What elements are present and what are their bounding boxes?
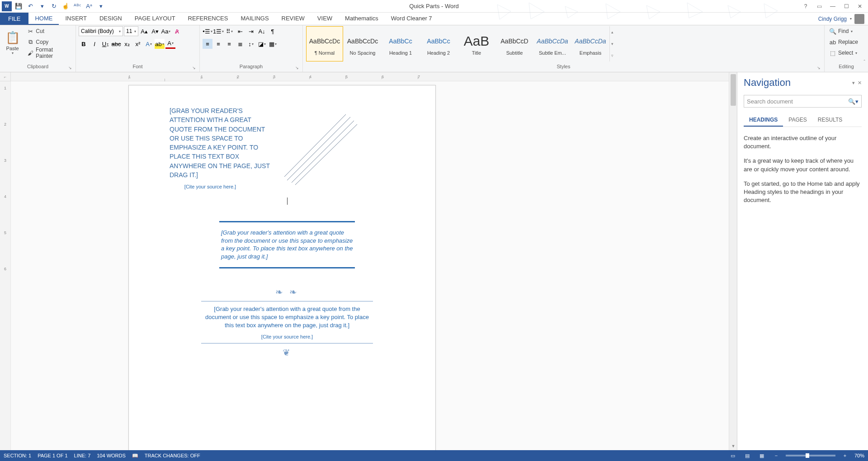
- style-heading-1[interactable]: AaBbCcHeading 1: [382, 26, 419, 61]
- zoom-out-icon[interactable]: −: [771, 452, 781, 460]
- scroll-thumb[interactable]: [731, 74, 736, 106]
- numbering-button[interactable]: 1☰▾: [213, 26, 223, 36]
- print-layout-icon[interactable]: ▤: [742, 452, 752, 460]
- paste-button[interactable]: 📋 Paste ▾: [3, 26, 22, 60]
- web-layout-icon[interactable]: ▦: [757, 452, 767, 460]
- highlight-button[interactable]: ab▾: [155, 39, 165, 49]
- status-page[interactable]: PAGE 1 OF 1: [38, 453, 67, 459]
- subscript-button[interactable]: x₂: [122, 39, 132, 49]
- cut-button[interactable]: ✂Cut: [25, 26, 73, 36]
- format-painter-button[interactable]: 🖌Format Painter: [25, 48, 73, 58]
- replace-button[interactable]: abReplace: [827, 37, 860, 47]
- touch-mode-icon[interactable]: ☝: [61, 1, 71, 11]
- search-icon[interactable]: 🔍▾: [848, 98, 859, 105]
- status-section[interactable]: SECTION: 1: [4, 453, 31, 459]
- ruler-corner[interactable]: ⌐: [0, 72, 11, 81]
- tab-mathematics[interactable]: Mathematics: [339, 13, 385, 25]
- font-size-combo[interactable]: 11▾: [124, 26, 138, 36]
- clear-formatting-icon[interactable]: A̷: [172, 26, 182, 36]
- change-case-button[interactable]: Aa▾: [161, 26, 171, 36]
- ribbon-display-icon[interactable]: ▭: [814, 2, 825, 11]
- spelling-icon[interactable]: ᴬᴮᶜ: [72, 1, 82, 11]
- tab-mailings[interactable]: MAILINGS: [234, 13, 275, 25]
- undo-icon[interactable]: ↶: [25, 1, 35, 11]
- style-heading-2[interactable]: AaBbCcHeading 2: [420, 26, 457, 61]
- bold-button[interactable]: B: [79, 39, 89, 49]
- proofing-icon[interactable]: 📖: [132, 453, 138, 459]
- tab-page-layout[interactable]: PAGE LAYOUT: [128, 13, 182, 25]
- italic-button[interactable]: I: [90, 39, 99, 49]
- horizontal-ruler[interactable]: 11234567: [11, 72, 729, 81]
- maximize-icon[interactable]: ☐: [841, 2, 852, 11]
- align-right-button[interactable]: ≡: [224, 39, 234, 49]
- status-words[interactable]: 104 WORDS: [97, 453, 126, 459]
- nav-tab-results[interactable]: RESULTS: [812, 114, 848, 127]
- textbox-ornate-quote[interactable]: ❧ ❧ [Grab your reader's attention with a…: [201, 287, 373, 358]
- style-title[interactable]: AaBTitle: [458, 26, 495, 61]
- increase-indent-icon[interactable]: ⇥: [246, 26, 256, 36]
- tab-view[interactable]: VIEW: [311, 13, 339, 25]
- strikethrough-button[interactable]: abc: [111, 39, 121, 49]
- text-effects-button[interactable]: A▾: [144, 39, 154, 49]
- status-line[interactable]: LINE: 7: [74, 453, 91, 459]
- scroll-down-icon[interactable]: ▼: [731, 444, 736, 449]
- bullets-button[interactable]: •☰▾: [203, 26, 212, 36]
- align-center-button[interactable]: ≡: [213, 39, 223, 49]
- word-icon[interactable]: W: [2, 1, 12, 11]
- vertical-scrollbar[interactable]: ▲ ▼: [729, 72, 737, 450]
- style-subtle-em-[interactable]: AaBbCcDaSubtle Em...: [534, 26, 571, 61]
- zoom-in-icon[interactable]: +: [840, 452, 850, 460]
- close-icon[interactable]: ✕: [854, 2, 865, 11]
- show-marks-icon[interactable]: ¶: [268, 26, 278, 36]
- tab-insert[interactable]: INSERT: [59, 13, 93, 25]
- document-area[interactable]: 11234567 [GRAB YOUR READER'S ATTENTION W…: [11, 72, 729, 450]
- status-track-changes[interactable]: TRACK CHANGES: OFF: [145, 453, 200, 459]
- tab-word-cleaner[interactable]: Word Cleaner 7: [385, 13, 439, 25]
- paragraph-launcher[interactable]: ↘: [294, 66, 300, 71]
- align-left-button[interactable]: ≡: [203, 39, 212, 49]
- line-spacing-button[interactable]: ↕▾: [246, 39, 256, 49]
- select-button[interactable]: ⬚Select▾: [827, 48, 859, 58]
- redo-icon[interactable]: ↻: [49, 1, 59, 11]
- user-account[interactable]: Cindy Grigg ▾: [818, 14, 864, 24]
- grow-font-icon[interactable]: A▴: [139, 26, 149, 36]
- read-mode-icon[interactable]: ▭: [728, 452, 738, 460]
- underline-button[interactable]: U▾: [100, 39, 110, 49]
- styles-more[interactable]: ▴▾▿: [609, 26, 618, 61]
- citation-1[interactable]: [Cite your source here.]: [179, 184, 242, 189]
- borders-button[interactable]: ▦▾: [268, 39, 278, 49]
- style-subtitle[interactable]: AaBbCcDSubtitle: [496, 26, 533, 61]
- nav-close-icon[interactable]: ✕: [858, 80, 862, 86]
- nav-options-icon[interactable]: ▾: [852, 80, 855, 86]
- nav-tab-headings[interactable]: HEADINGS: [744, 114, 783, 127]
- font-color-button[interactable]: A▾: [165, 39, 175, 49]
- shrink-font-icon[interactable]: A▾: [150, 26, 160, 36]
- style-emphasis[interactable]: AaBbCcDaEmphasis: [572, 26, 609, 61]
- styles-launcher[interactable]: ↘: [816, 66, 821, 71]
- sort-button[interactable]: A↓: [257, 26, 267, 36]
- multilevel-button[interactable]: ⠿▾: [224, 26, 234, 36]
- qat-customize-icon[interactable]: ▾: [96, 1, 106, 11]
- page[interactable]: [GRAB YOUR READER'S ATTENTION WITH A GRE…: [128, 85, 436, 450]
- font-launcher[interactable]: ↘: [191, 66, 197, 71]
- shading-button[interactable]: ◪▾: [257, 39, 267, 49]
- style--normal[interactable]: AaBbCcDc¶ Normal: [306, 26, 343, 61]
- tab-home[interactable]: HOME: [28, 13, 59, 25]
- collapse-ribbon-icon[interactable]: ˆ: [863, 59, 865, 65]
- decrease-indent-icon[interactable]: ⇤: [235, 26, 245, 36]
- tab-design[interactable]: DESIGN: [93, 13, 128, 25]
- quick-dropdown-icon[interactable]: ▾: [37, 1, 47, 11]
- textbox-banded-quote[interactable]: [Grab your reader's attention with a gre…: [219, 221, 355, 268]
- save-icon[interactable]: 💾: [14, 1, 24, 11]
- minimize-icon[interactable]: —: [827, 2, 838, 11]
- copy-button[interactable]: ⧉Copy: [25, 37, 73, 47]
- justify-button[interactable]: ≣: [235, 39, 245, 49]
- tab-file[interactable]: FILE: [0, 13, 28, 25]
- find-button[interactable]: 🔍Find▾: [827, 26, 854, 36]
- change-case-icon[interactable]: Aᵃ: [84, 1, 94, 11]
- diagonal-lines-graphic[interactable]: [278, 113, 359, 189]
- textbox-sidebar-quote[interactable]: [GRAB YOUR READER'S ATTENTION WITH A GRE…: [170, 106, 274, 179]
- tab-references[interactable]: REFERENCES: [182, 13, 235, 25]
- nav-tab-pages[interactable]: PAGES: [783, 114, 812, 127]
- style-no-spacing[interactable]: AaBbCcDcNo Spacing: [344, 26, 381, 61]
